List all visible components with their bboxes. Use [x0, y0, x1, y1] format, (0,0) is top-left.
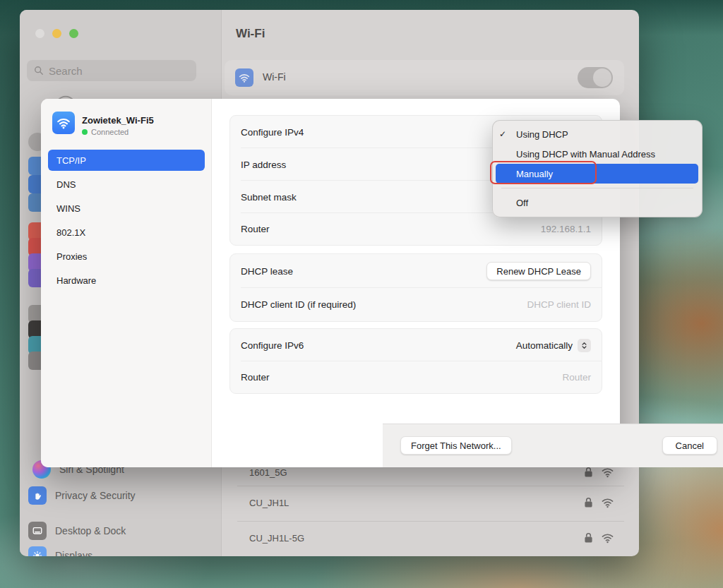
close-window-button[interactable] — [35, 29, 44, 38]
wifi-icon — [235, 68, 253, 87]
status-dot — [82, 129, 88, 135]
tab-label: TCP/IP — [56, 155, 86, 166]
dhcp-client-id-row: DHCP client ID (if required) DHCP client… — [230, 288, 602, 321]
wifi-signal-icon — [601, 532, 614, 544]
wifi-toggle-card: Wi-Fi — [225, 60, 624, 95]
sheet-tab-hardware[interactable]: Hardware — [48, 270, 205, 291]
network-name: 1601_5G — [249, 467, 287, 478]
tab-label: DNS — [56, 179, 76, 190]
tab-label: Hardware — [56, 275, 96, 286]
sheet-sidebar: Zowietek_Wi-Fi5 Connected TCP/IP DNS WIN… — [41, 99, 212, 467]
menu-item-using-dhcp[interactable]: ✓ Using DHCP — [493, 124, 702, 144]
dhcp-lease-label: DHCP lease — [241, 266, 293, 277]
display-brightness-icon — [28, 546, 47, 556]
sidebar-item-privacy-security[interactable]: Privacy & Security — [20, 486, 221, 505]
menu-divider — [501, 188, 693, 188]
renew-dhcp-lease-button[interactable]: Renew DHCP Lease — [486, 262, 591, 280]
lock-icon — [584, 532, 593, 544]
ipv6-router-row: Router Router — [230, 361, 602, 393]
wifi-toggle[interactable] — [578, 67, 613, 88]
checkmark-icon: ✓ — [499, 129, 516, 139]
sheet-tab-8021x[interactable]: 802.1X — [48, 222, 205, 243]
sidebar-item-displays[interactable]: Displays — [20, 546, 221, 556]
search-placeholder: Search — [49, 65, 83, 77]
wifi-signal-icon — [601, 467, 614, 478]
ipv6-router-label: Router — [241, 372, 270, 383]
sheet-tab-tcpip[interactable]: TCP/IP — [48, 150, 205, 171]
sidebar-item-desktop-dock[interactable]: Desktop & Dock — [20, 521, 221, 541]
dhcp-lease-row: DHCP lease Renew DHCP Lease — [230, 254, 602, 288]
forget-network-button[interactable]: Forget This Network... — [400, 436, 512, 455]
tab-label: WINS — [56, 203, 80, 214]
row-divider — [237, 521, 624, 522]
connection-status: Connected — [82, 128, 129, 136]
menu-item-label: Off — [516, 198, 528, 208]
sheet-tab-proxies[interactable]: Proxies — [48, 246, 205, 267]
sidebar-item-label: Displays — [55, 550, 92, 556]
tab-label: 802.1X — [56, 227, 85, 238]
minimize-window-button[interactable] — [52, 29, 61, 38]
wifi-toggle-knob — [593, 68, 611, 87]
annotation-red-box — [490, 161, 597, 184]
lock-icon — [584, 497, 593, 508]
row-divider — [237, 486, 624, 486]
configure-ipv6-label: Configure IPv6 — [241, 340, 304, 351]
wifi-row-label: Wi-Fi — [263, 71, 286, 83]
stepper-icon[interactable] — [578, 339, 591, 352]
zoom-window-button[interactable] — [69, 29, 78, 38]
network-name: CU_JH1L — [249, 498, 289, 508]
lock-icon — [584, 467, 593, 478]
sheet-footer: Forget This Network... Cancel OK — [383, 424, 723, 467]
network-title: Zowietek_Wi-Fi5 — [82, 115, 154, 126]
network-list-row[interactable]: CU_JH1L-5G — [225, 521, 624, 556]
menu-item-off[interactable]: Off — [493, 193, 702, 212]
ipv6-card: Configure IPv6 Automatically Router Rout… — [229, 328, 602, 394]
dhcp-client-id-input[interactable]: DHCP client ID — [527, 299, 591, 310]
sidebar-item-label: Privacy & Security — [55, 490, 136, 501]
cancel-button[interactable]: Cancel — [662, 436, 717, 455]
configure-ipv6-popup[interactable]: Automatically — [516, 340, 573, 351]
sheet-tab-dns[interactable]: DNS — [48, 174, 205, 195]
hand-icon — [28, 486, 47, 505]
page-title: Wi-Fi — [236, 27, 265, 41]
ip-address-label: IP address — [241, 160, 286, 170]
network-name: CU_JH1L-5G — [249, 533, 304, 544]
tab-label: Proxies — [56, 251, 87, 262]
router-label: Router — [241, 224, 270, 234]
subnet-mask-label: Subnet mask — [241, 192, 297, 203]
wifi-signal-icon — [601, 497, 614, 508]
search-input[interactable]: Search — [27, 60, 196, 81]
dhcp-client-id-label: DHCP client ID (if required) — [241, 299, 356, 310]
status-label: Connected — [91, 128, 129, 136]
search-icon — [34, 66, 44, 76]
dock-icon — [28, 522, 47, 540]
menu-item-label: Using DHCP — [516, 129, 568, 140]
sidebar-item-label: Desktop & Dock — [55, 525, 126, 536]
wifi-icon — [52, 112, 75, 134]
ipv6-router-input[interactable]: Router — [562, 372, 591, 383]
network-list-row[interactable]: CU_JH1L — [225, 486, 624, 521]
configure-ipv4-label: Configure IPv4 — [241, 127, 304, 138]
configure-ipv6-row: Configure IPv6 Automatically — [230, 329, 602, 361]
dhcp-card: DHCP lease Renew DHCP Lease DHCP client … — [229, 253, 602, 322]
menu-item-label: Using DHCP with Manual Address — [516, 149, 655, 160]
sheet-tab-wins[interactable]: WINS — [48, 198, 205, 219]
router-row: Router 192.168.1.1 — [230, 213, 602, 245]
router-value: 192.168.1.1 — [541, 224, 591, 234]
